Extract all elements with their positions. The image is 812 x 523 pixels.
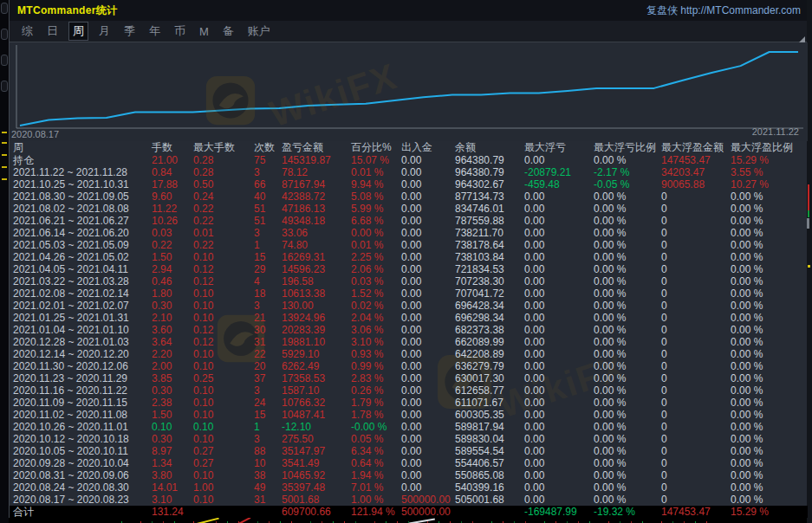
table-row[interactable]: 持仓21.000.2875145319.8715.07 %0.00964380.… (10, 154, 808, 166)
menu-tab-账户[interactable]: 账户 (244, 22, 274, 41)
menu-tab-周[interactable]: 周 (68, 22, 88, 41)
column-header[interactable]: 手数 (148, 141, 190, 154)
cell: 0.00 (521, 251, 590, 263)
column-header[interactable]: 最大浮亏 (521, 141, 590, 154)
cell: 10613.38 (278, 287, 348, 300)
cell: 0 (658, 287, 727, 300)
background-chart-mark (2, 142, 7, 144)
column-header[interactable]: 次数 (250, 141, 278, 154)
cell: 0.12 (190, 336, 250, 348)
cell: 0.00 % (590, 360, 658, 372)
table-row[interactable]: 2020.11.09 ~ 2020.11.152.380.102410766.3… (10, 397, 808, 409)
column-header[interactable]: 余额 (451, 141, 521, 154)
cell: 2.04 % (348, 312, 398, 324)
table-row[interactable]: 2020.11.16 ~ 2020.11.220.300.1031587.100… (10, 384, 808, 397)
menu-tab-年[interactable]: 年 (146, 22, 164, 41)
cell (190, 506, 250, 518)
column-header[interactable]: 最大浮亏比例 (590, 141, 658, 154)
table-row[interactable]: 2021.11.22 ~ 2021.11.280.840.28378.120.0… (10, 166, 808, 178)
cell: 0 (658, 372, 727, 384)
background-chart-mark (2, 178, 7, 180)
table-row[interactable]: 2021.08.30 ~ 2021.09.059.600.244042388.7… (10, 190, 808, 203)
table-row[interactable]: 2020.12.14 ~ 2020.12.202.200.10225929.10… (10, 348, 808, 360)
cell (451, 506, 521, 518)
table-row[interactable]: 2021.05.03 ~ 2021.05.090.220.22174.800.0… (10, 239, 808, 251)
cell: 0.00 % (590, 348, 658, 360)
cell: 3.85 (148, 372, 190, 384)
cell: 589817.94 (451, 421, 521, 433)
cell: 131.24 (148, 506, 190, 518)
table-row[interactable]: 2020.10.26 ~ 2020.11.010.100.101-12.10-0… (10, 421, 808, 433)
cell: 0.00 (398, 227, 451, 239)
cell: 0.00 (398, 275, 451, 287)
cell: 0.00 (398, 433, 451, 445)
table-row[interactable]: 2021.02.08 ~ 2021.02.141.800.101810613.3… (10, 287, 808, 300)
table-row[interactable]: 2020.12.28 ~ 2021.01.033.640.123119881.1… (10, 336, 808, 348)
cell: 1.34 (148, 457, 190, 469)
table-row[interactable]: 2020.09.28 ~ 2020.10.041.340.27103541.49… (10, 457, 808, 469)
cell: 0.00 % (727, 251, 808, 263)
cell: 0.00 % (727, 324, 808, 336)
cell: 9.94 % (348, 178, 398, 190)
cell: 696298.34 (451, 312, 521, 324)
column-header[interactable]: 出入金 (398, 141, 451, 154)
table-row[interactable]: 2020.08.31 ~ 2020.09.063.800.103810465.9… (10, 469, 808, 481)
cell: 0.00 (398, 263, 451, 275)
table-row[interactable]: 2021.04.05 ~ 2021.04.112.940.122914596.2… (10, 263, 808, 275)
cell: 0.27 (190, 457, 250, 469)
table-row[interactable]: 2021.02.01 ~ 2021.02.070.300.103130.000.… (10, 300, 808, 312)
cell: 0.00 % (590, 251, 658, 263)
menu-tab-币[interactable]: 币 (171, 22, 189, 41)
column-header[interactable]: 盈亏金额 (278, 141, 348, 154)
total-row[interactable]: 合计131.24609700.66121.94 %500000.00-16948… (10, 506, 808, 518)
cell: 4 (250, 275, 278, 287)
column-header[interactable]: 最大浮盈比例 (727, 141, 808, 154)
cell: 19881.10 (278, 336, 348, 348)
menu-tab-综[interactable]: 综 (18, 22, 36, 41)
cell: 0.00 % (590, 372, 658, 384)
cell: 0.30 (148, 433, 190, 445)
table-row[interactable]: 2020.11.30 ~ 2020.12.062.000.10206262.49… (10, 360, 808, 372)
column-header[interactable]: 最大浮盈金额 (658, 141, 727, 154)
cell: 0.00 (521, 312, 590, 324)
table-row[interactable]: 2021.03.22 ~ 2021.03.280.460.124196.580.… (10, 275, 808, 287)
column-header[interactable]: 百分比% (348, 141, 398, 154)
table-row[interactable]: 2020.10.05 ~ 2020.10.118.970.278835147.9… (10, 445, 808, 457)
table-row[interactable]: 2021.08.02 ~ 2021.08.0811.220.225147186.… (10, 203, 808, 215)
cell: 47186.13 (278, 203, 348, 215)
table-row[interactable]: 2020.11.23 ~ 2020.11.293.850.253717358.5… (10, 372, 808, 384)
table-row[interactable]: 2020.10.12 ~ 2020.10.180.300.103275.500.… (10, 433, 808, 445)
table-row[interactable]: 2021.04.26 ~ 2021.05.021.500.101516269.3… (10, 251, 808, 263)
menu-tab-备[interactable]: 备 (219, 22, 237, 41)
cell: 15.29 % (727, 506, 808, 518)
cell: 1.50 (148, 251, 190, 263)
table-row[interactable]: 2021.06.21 ~ 2021.06.2710.260.225149348.… (10, 215, 808, 227)
row-label: 2021.01.04 ~ 2021.01.10 (10, 324, 148, 336)
cell: 1.00 (190, 481, 250, 494)
table-row[interactable]: 2020.11.02 ~ 2020.11.081.500.101510487.4… (10, 409, 808, 421)
cell: 0.26 % (348, 384, 398, 397)
cell: 35147.97 (278, 445, 348, 457)
brand-link[interactable]: 复盘侠 http://MTCommander.com (646, 3, 801, 18)
table-row[interactable]: 2020.08.24 ~ 2020.08.3014.011.004935397.… (10, 481, 808, 494)
menu-tab-月[interactable]: 月 (95, 22, 114, 41)
column-header[interactable]: 周 (10, 141, 148, 154)
column-header[interactable]: 最大手数 (190, 141, 250, 154)
background-toolbar-button (1, 29, 8, 40)
cell: 0.00 % (590, 239, 658, 251)
menu-tab-M[interactable]: M (196, 23, 212, 40)
table-row[interactable]: 2021.10.25 ~ 2021.10.3117.880.506687167.… (10, 178, 808, 190)
table-row[interactable]: 2020.08.17 ~ 2020.08.233.100.10315001.68… (10, 494, 808, 506)
cell: 0.00 % (590, 457, 658, 469)
table-row[interactable]: 2021.06.14 ~ 2021.06.200.030.01333.060.0… (10, 227, 808, 239)
cell: 0.00 (521, 348, 590, 360)
cell: 0.00 % (590, 203, 658, 215)
table-row[interactable]: 2021.01.25 ~ 2021.01.312.100.102113924.9… (10, 312, 808, 324)
menu-tab-日[interactable]: 日 (43, 22, 62, 41)
cell: 0.00 % (590, 421, 658, 433)
title-bar[interactable]: MTCommander统计 复盘侠 http://MTCommander.com (10, 0, 807, 21)
table-header-row: 周手数最大手数次数盈亏金额百分比%出入金余额最大浮亏最大浮亏比例最大浮盈金额最大… (10, 141, 808, 154)
menu-tab-季[interactable]: 季 (120, 22, 139, 41)
table-row[interactable]: 2021.01.04 ~ 2021.01.103.600.123020283.3… (10, 324, 808, 336)
window-title: MTCommander统计 (17, 3, 117, 18)
